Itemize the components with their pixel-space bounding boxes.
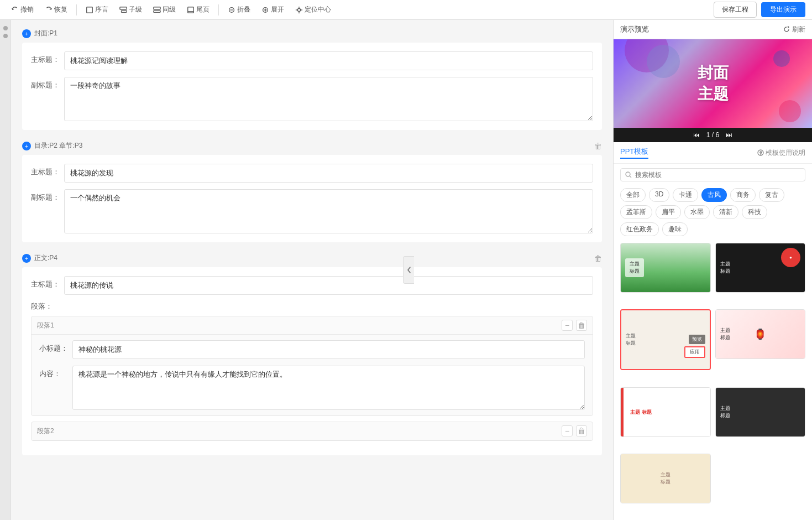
template-item-5[interactable]: 主题 标题: [620, 387, 711, 437]
preface-button[interactable]: 序言: [81, 3, 113, 17]
para1-delete-button[interactable]: 🗑: [576, 320, 587, 331]
cover-subtitle-input[interactable]: [64, 77, 593, 121]
para1-subtitle-row: 小标题：: [39, 340, 585, 359]
para1-actions: − 🗑: [562, 320, 587, 331]
filter-fun[interactable]: 趣味: [662, 222, 688, 236]
main-layout: + 封面:P1 主标题： 副标题： + 目录:P2 章节:P3 🗑: [0, 20, 812, 520]
filter-flat[interactable]: 扁平: [656, 205, 681, 219]
tmpl4-label: 主题: [720, 327, 730, 334]
preview-title: 演示预览: [620, 24, 649, 34]
tmpl2-label: 主题: [720, 261, 730, 268]
toc-title-row: 主标题：: [31, 164, 593, 183]
collapse-button[interactable]: 折叠: [223, 3, 255, 17]
template-item-1[interactable]: 主题 标题: [620, 243, 711, 293]
template-item-2[interactable]: ● 主题 标题: [715, 243, 806, 293]
delete-body-button[interactable]: 🗑: [594, 254, 602, 263]
template-item-7[interactable]: 主题 标题: [620, 454, 711, 503]
right-panel: 演示预览 刷新 封面 主题: [613, 20, 812, 520]
body-title-input[interactable]: [64, 276, 593, 295]
delete-toc-button[interactable]: 🗑: [594, 142, 602, 150]
save-button[interactable]: 保存工程: [714, 2, 757, 18]
svg-point-19: [626, 172, 630, 176]
filter-red-gov[interactable]: 红色政务: [620, 222, 659, 236]
filter-business[interactable]: 商务: [730, 188, 756, 202]
template-help-button[interactable]: ? 模板使用说明: [757, 148, 805, 158]
slide-main-text: 封面 主题: [698, 63, 729, 105]
divider1: [76, 4, 77, 15]
undo-button[interactable]: 撤销: [7, 3, 38, 17]
add-cover-button[interactable]: +: [22, 29, 31, 38]
para2-collapse-button[interactable]: −: [562, 425, 573, 436]
filter-cartoon[interactable]: 卡通: [673, 188, 698, 202]
section-cover: + 封面:P1 主标题： 副标题：: [22, 29, 602, 130]
toolbar: 撤销 恢复 序言 子级 同级 尾页: [0, 0, 812, 20]
tmpl2-icon: ●: [789, 255, 792, 260]
toc-subtitle-row: 副标题：: [31, 189, 593, 233]
deco2: [647, 45, 680, 78]
template-item-6[interactable]: 主题 标题: [715, 387, 806, 437]
template-search-box: [620, 168, 805, 181]
preview-header: 演示预览 刷新: [614, 20, 812, 39]
cover-title-row: 主标题：: [31, 51, 593, 70]
cover-title-input[interactable]: [64, 51, 593, 70]
section-toc: + 目录:P2 章节:P3 🗑 主标题： 副标题：: [22, 141, 602, 242]
add-body-button[interactable]: +: [22, 254, 31, 263]
body-card: 主标题： 段落： 段落1 − 🗑: [22, 267, 602, 455]
para1-subtitle-input[interactable]: [72, 340, 585, 359]
tmpl7-label: 主题 标题: [661, 471, 670, 486]
template-apply-button[interactable]: 应用: [684, 346, 705, 358]
paragraphs-label: 段落：: [31, 301, 53, 311]
child-button[interactable]: 子级: [115, 3, 146, 17]
template-preview-button[interactable]: 预览: [689, 335, 705, 344]
preview-controls: ⏮ 1 / 6 ⏭: [614, 128, 812, 142]
toc-subtitle-input[interactable]: [64, 189, 593, 233]
locate-button[interactable]: 定位中心: [291, 3, 336, 17]
tail-button[interactable]: 尾页: [182, 3, 214, 17]
para1-collapse-button[interactable]: −: [562, 320, 573, 331]
para1-title: 段落1: [37, 321, 54, 330]
filter-retro[interactable]: 复古: [759, 188, 784, 202]
tmpl6-label: 主题: [720, 405, 730, 412]
peer-button[interactable]: 同级: [149, 3, 180, 17]
para2-title: 段落2: [37, 427, 54, 436]
filter-ink[interactable]: 水墨: [684, 205, 710, 219]
tmpl4-lantern: 🏮: [754, 328, 766, 340]
filter-memphis[interactable]: 孟菲斯: [620, 205, 652, 219]
para1-inner: 小标题： 内容：: [32, 335, 593, 415]
tmpl2-sublabel: 标题: [720, 268, 730, 275]
svg-text:?: ?: [760, 151, 762, 155]
tmpl3-label: 主题: [626, 332, 636, 340]
svg-rect-5: [188, 7, 194, 13]
redo-button[interactable]: 恢复: [40, 3, 72, 17]
cover-card: 主标题： 副标题：: [22, 43, 602, 130]
svg-line-20: [630, 176, 631, 178]
present-button[interactable]: 导出演示: [761, 2, 805, 17]
para1-content-input[interactable]: [72, 366, 585, 410]
template-grid: 主题 标题 ● 主题 标题: [614, 241, 812, 520]
slide-text: 封面 主题: [698, 63, 729, 105]
tmpl5-main: 主题 标题: [630, 408, 652, 415]
svg-rect-0: [87, 7, 93, 13]
para2-header: 段落2 − 🗑: [32, 422, 593, 440]
template-search-input[interactable]: [635, 171, 800, 179]
expand-button[interactable]: 展开: [257, 3, 289, 17]
filter-ancient[interactable]: 古风: [701, 188, 727, 202]
refresh-button[interactable]: 刷新: [783, 25, 805, 34]
prev-slide-button[interactable]: ⏮: [693, 131, 700, 139]
next-slide-button[interactable]: ⏭: [726, 131, 732, 139]
filter-3d[interactable]: 3D: [649, 188, 669, 202]
toc-title-input[interactable]: [64, 164, 593, 183]
toolbar-right: 保存工程 导出演示: [714, 2, 805, 18]
filter-tech[interactable]: 科技: [742, 205, 767, 219]
template-item-3[interactable]: 主题 标题 预览 应用 100010002: [620, 309, 711, 370]
template-tab[interactable]: PPT模板: [620, 147, 648, 159]
add-toc-button[interactable]: +: [22, 142, 31, 150]
filter-all[interactable]: 全部: [620, 188, 646, 202]
para2-delete-button[interactable]: 🗑: [576, 425, 587, 436]
paragraph-block-1: 段落1 − 🗑 小标题： 内容：: [31, 316, 593, 416]
template-item-4[interactable]: 🏮 主题 标题: [715, 309, 806, 359]
tmpl4-sublabel: 标题: [720, 334, 730, 341]
filter-fresh[interactable]: 清新: [713, 205, 738, 219]
panel-collapse-button[interactable]: [403, 256, 414, 284]
para2-actions: − 🗑: [562, 425, 587, 436]
